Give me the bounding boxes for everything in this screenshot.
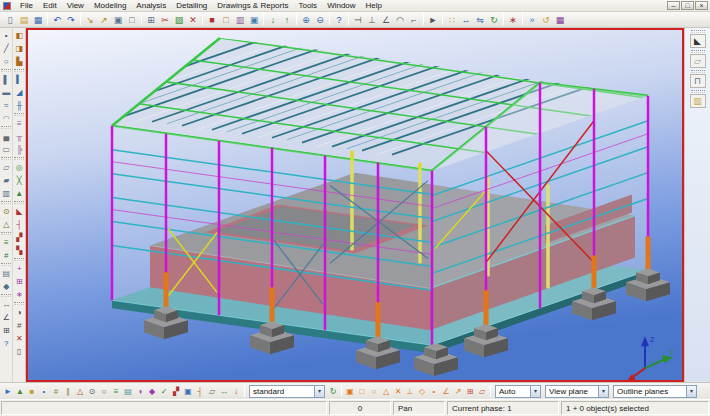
- create-column-icon[interactable]: ▌: [0, 73, 12, 85]
- move-objects-icon[interactable]: ↔: [459, 13, 473, 26]
- auto-connection-icon[interactable]: ∗: [13, 288, 25, 300]
- named-views-icon[interactable]: ▥: [233, 13, 247, 26]
- pour-object-icon[interactable]: ◣: [690, 34, 706, 48]
- measure-arc-icon[interactable]: ◠: [393, 13, 407, 26]
- create-point-icon[interactable]: •: [0, 29, 12, 41]
- select-welds-icon[interactable]: △: [74, 385, 86, 398]
- create-contour-plate-icon[interactable]: ▱: [0, 161, 12, 173]
- snap-intersections-icon[interactable]: ✕: [392, 385, 404, 398]
- menu-analysis[interactable]: Analysis: [131, 0, 171, 11]
- stiffener-icon[interactable]: ▍: [13, 73, 25, 85]
- snap-midpoints-icon[interactable]: △: [380, 385, 392, 398]
- menu-view[interactable]: View: [62, 0, 89, 11]
- ladder-icon[interactable]: ╠: [13, 143, 25, 155]
- fitting-icon[interactable]: ┤: [13, 218, 25, 230]
- save-model-icon[interactable]: ▦: [31, 13, 45, 26]
- component-selector[interactable]: standard ▾: [249, 385, 325, 398]
- pick-point-down-icon[interactable]: ↓: [266, 13, 280, 26]
- pointer-tool-icon[interactable]: ►: [426, 13, 440, 26]
- stairs-icon[interactable]: ≡: [13, 117, 25, 129]
- measure-angle-tool-icon[interactable]: ∠: [0, 311, 12, 323]
- railing-icon[interactable]: ╥: [13, 130, 25, 142]
- menu-window[interactable]: Window: [322, 0, 360, 11]
- chevron-down-icon[interactable]: ▾: [530, 386, 540, 397]
- reinforcement-visibility-icon[interactable]: ▥: [690, 94, 706, 108]
- inquire-icon[interactable]: ?: [332, 13, 346, 26]
- part-cut-icon[interactable]: ▞: [13, 231, 25, 243]
- print-icon[interactable]: ▣: [111, 13, 125, 26]
- rotation-plane-combo[interactable]: Outline planes ▾: [613, 385, 697, 398]
- redo-icon[interactable]: ↷: [64, 13, 78, 26]
- import-file-icon[interactable]: ↘: [83, 13, 97, 26]
- polygon-cut-icon[interactable]: ▚: [13, 244, 25, 256]
- select-grid-lines-icon[interactable]: ∥: [62, 385, 74, 398]
- snap-depth-combo[interactable]: Auto ▾: [495, 385, 541, 398]
- fast-forward-icon[interactable]: »: [525, 13, 539, 26]
- create-curved-beam-icon[interactable]: ◠: [0, 112, 12, 124]
- measure-free-icon[interactable]: ⌐: [407, 13, 421, 26]
- construction-planes-icon[interactable]: ⊓: [690, 74, 706, 88]
- snap-nearest-points-icon[interactable]: •: [428, 385, 440, 398]
- create-rebar-group-icon[interactable]: #: [0, 249, 12, 261]
- select-points-icon[interactable]: •: [38, 385, 50, 398]
- delete-icon[interactable]: ✕: [186, 13, 200, 26]
- zoom-out-icon[interactable]: ⊖: [313, 13, 327, 26]
- copy-objects-icon[interactable]: ∷: [445, 13, 459, 26]
- measure-x-icon[interactable]: ⊣: [351, 13, 365, 26]
- mirror-objects-icon[interactable]: ⇋: [473, 13, 487, 26]
- base-plate-icon[interactable]: ▙: [13, 55, 25, 67]
- copy-icon[interactable]: ⊞: [144, 13, 158, 26]
- select-all-icon[interactable]: ►: [2, 385, 14, 398]
- select-rebar-icon[interactable]: ≡: [110, 385, 122, 398]
- phase-manager-icon[interactable]: ◑: [13, 306, 25, 318]
- menu-drawings-reports[interactable]: Drawings & Reports: [212, 0, 293, 11]
- create-surface-treatment-icon[interactable]: ▤: [0, 267, 12, 279]
- select-cuts-icon[interactable]: ▞: [170, 385, 182, 398]
- seating-icon[interactable]: ◣: [13, 205, 25, 217]
- menu-file[interactable]: File: [15, 0, 38, 11]
- snap-free-icon[interactable]: ▱: [476, 385, 488, 398]
- virtual-viewer-icon[interactable]: ▦: [553, 13, 567, 26]
- plugins-icon[interactable]: ∗: [506, 13, 520, 26]
- menu-detailing[interactable]: Detailing: [171, 0, 212, 11]
- create-beam-icon[interactable]: ▬: [0, 86, 12, 98]
- export-file-icon[interactable]: ↗: [97, 13, 111, 26]
- create-construction-line-icon[interactable]: ╱: [0, 42, 12, 54]
- snap-geometry-points-icon[interactable]: □: [356, 385, 368, 398]
- auto-rebuild-icon[interactable]: ↺: [539, 13, 553, 26]
- custom-component-icon[interactable]: +: [13, 262, 25, 274]
- open-model-icon[interactable]: ▤: [17, 13, 31, 26]
- create-3d-view-icon[interactable]: ■: [205, 13, 219, 26]
- menu-edit[interactable]: Edit: [38, 0, 62, 11]
- snap-reference-points-icon[interactable]: ▣: [344, 385, 356, 398]
- measure-distance-icon[interactable]: ↔: [0, 298, 12, 310]
- snap-perpendicular-icon[interactable]: ⊥: [404, 385, 416, 398]
- rotate-objects-icon[interactable]: ↻: [487, 13, 501, 26]
- create-item-icon[interactable]: ◆: [0, 280, 12, 292]
- create-pad-footing-icon[interactable]: ▄: [0, 130, 12, 142]
- select-views-icon[interactable]: ▣: [182, 385, 194, 398]
- restore-button[interactable]: □: [681, 1, 694, 10]
- report-icon[interactable]: ▯: [13, 345, 25, 357]
- select-tasks-icon[interactable]: ✓: [158, 385, 170, 398]
- numbering-icon[interactable]: #: [13, 319, 25, 331]
- menu-modeling[interactable]: Modeling: [89, 0, 131, 11]
- screenshot-icon[interactable]: □: [125, 13, 139, 26]
- select-fittings-icon[interactable]: ┤: [194, 385, 206, 398]
- measure-angle-icon[interactable]: ∠: [379, 13, 393, 26]
- clip-angle-icon[interactable]: ◨: [13, 42, 25, 54]
- cut-icon[interactable]: ✂: [158, 13, 172, 26]
- select-loads-icon[interactable]: ↓: [230, 385, 242, 398]
- paste-icon[interactable]: ▨: [172, 13, 186, 26]
- minimize-button[interactable]: –: [667, 1, 680, 10]
- create-strip-footing-icon[interactable]: ▭: [0, 143, 12, 155]
- select-grids-icon[interactable]: #: [50, 385, 62, 398]
- select-components-icon[interactable]: ■: [26, 385, 38, 398]
- truss-icon[interactable]: ▲: [13, 187, 25, 199]
- menu-help[interactable]: Help: [361, 0, 387, 11]
- create-construction-circle-icon[interactable]: ○: [0, 55, 12, 67]
- snap-line-extensions-icon[interactable]: ↗: [452, 385, 464, 398]
- select-phases-icon[interactable]: ◑: [134, 385, 146, 398]
- component-catalog-icon[interactable]: ⊞: [13, 275, 25, 287]
- end-plate-icon[interactable]: ◧: [13, 29, 25, 41]
